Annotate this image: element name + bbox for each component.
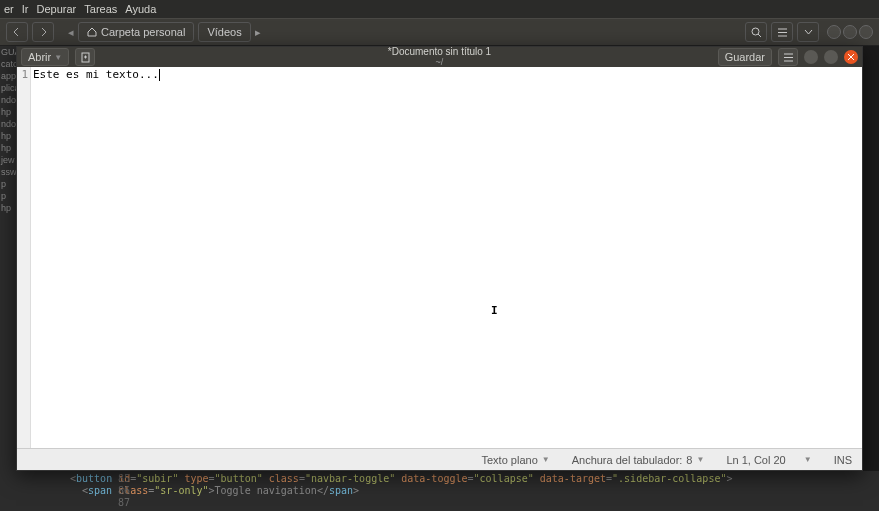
line-gutter: 1 [17, 67, 31, 448]
minimize-button[interactable] [827, 25, 841, 39]
line-number: 1 [17, 68, 28, 81]
chevron-down-icon: ▼ [696, 455, 704, 464]
save-button[interactable]: Guardar [718, 48, 772, 66]
hamburger-icon [783, 52, 794, 63]
status-bar: Texto plano ▼ Anchura del tabulador: 8 ▼… [17, 448, 862, 470]
ibeam-cursor-icon: I [491, 304, 498, 318]
save-label: Guardar [725, 51, 765, 63]
insert-mode[interactable]: INS [834, 454, 852, 466]
chevron-left-icon [13, 28, 21, 36]
hamburger-menu-button[interactable] [778, 48, 798, 66]
close-button[interactable] [844, 50, 858, 64]
files-window-controls [827, 25, 873, 39]
chevron-right-icon [39, 28, 47, 36]
close-icon [847, 53, 855, 61]
tab-width-value: 8 [686, 454, 692, 466]
svg-line-1 [758, 34, 761, 37]
list-icon [777, 27, 788, 38]
search-button[interactable] [745, 22, 767, 42]
background-sidebar: GUARDAcato appplica ndohp ndo hp hp jew … [0, 46, 16, 511]
tab-width-selector[interactable]: Anchura del tabulador: 8 ▼ [572, 454, 705, 466]
app-menubar: er Ir Depurar Tareas Ayuda [0, 0, 879, 18]
breadcrumb-folder[interactable]: Vídeos [198, 22, 250, 42]
text-cursor [159, 69, 160, 81]
files-toolbar: ◂ Carpeta personal Vídeos ▸ [0, 18, 879, 46]
insert-mode-label: INS [834, 454, 852, 466]
view-options-button[interactable] [797, 22, 819, 42]
menu-item[interactable]: Ir [22, 3, 29, 15]
background-code: 85<button id="subir" type="button" class… [0, 471, 879, 511]
gedit-window: Abrir ▼ *Documento sin título 1 ~/ Guard… [16, 46, 863, 471]
maximize-button[interactable] [843, 25, 857, 39]
menu-item[interactable]: Tareas [84, 3, 117, 15]
editor-body: 1 Este es mi texto... I [17, 67, 862, 448]
menu-item[interactable]: Depurar [37, 3, 77, 15]
maximize-button[interactable] [824, 50, 838, 64]
syntax-label: Texto plano [481, 454, 537, 466]
text-content: Este es mi texto... [33, 68, 159, 81]
menu-item[interactable]: Ayuda [125, 3, 156, 15]
menu-item[interactable]: er [4, 3, 14, 15]
minimize-button[interactable] [804, 50, 818, 64]
view-list-button[interactable] [771, 22, 793, 42]
breadcrumb-label: Carpeta personal [101, 26, 185, 38]
search-icon [751, 27, 762, 38]
breadcrumb-home[interactable]: Carpeta personal [78, 22, 194, 42]
svg-point-0 [752, 28, 759, 35]
home-icon [87, 27, 97, 37]
tab-width-label: Anchura del tabulador: [572, 454, 683, 466]
chevron-down-icon [804, 28, 813, 37]
path-overflow-chevron[interactable]: ▸ [255, 26, 261, 39]
breadcrumb-label: Vídeos [207, 26, 241, 38]
position-label: Ln 1, Col 20 [726, 454, 785, 466]
cursor-position[interactable]: Ln 1, Col 20 ▼ [726, 454, 811, 466]
path-root-chevron: ◂ [68, 26, 74, 39]
chevron-down-icon: ▼ [542, 455, 550, 464]
forward-button[interactable] [32, 22, 54, 42]
back-button[interactable] [6, 22, 28, 42]
text-area[interactable]: Este es mi texto... I [31, 67, 862, 448]
close-button[interactable] [859, 25, 873, 39]
syntax-selector[interactable]: Texto plano ▼ [481, 454, 549, 466]
chevron-down-icon: ▼ [804, 455, 812, 464]
gedit-headerbar: Abrir ▼ *Documento sin título 1 ~/ Guard… [17, 47, 862, 67]
